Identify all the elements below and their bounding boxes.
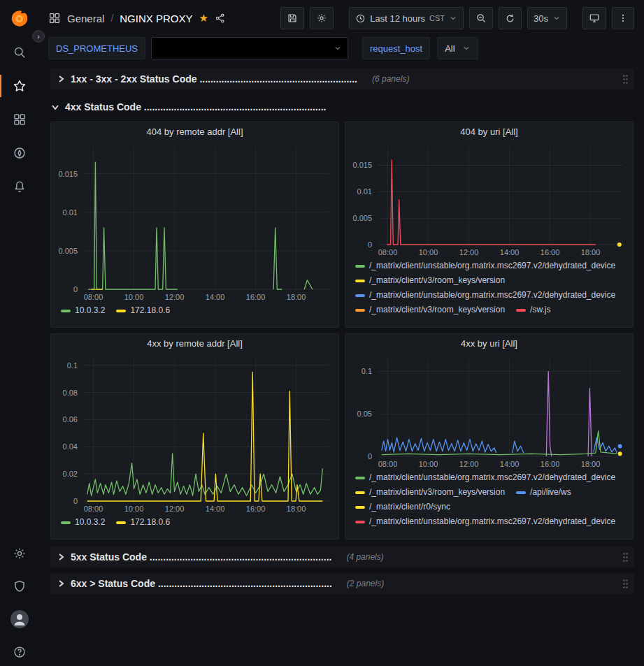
legend-item[interactable]: /_matrix/client/unstable/org.matrix.msc2… bbox=[355, 260, 615, 272]
legend-label: 172.18.0.6 bbox=[130, 305, 170, 317]
legend-item[interactable]: /sw.js bbox=[516, 304, 550, 316]
row-drag-handle[interactable] bbox=[622, 74, 629, 85]
chevron-right-icon bbox=[56, 552, 66, 562]
svg-text:16:00: 16:00 bbox=[541, 248, 560, 256]
row-panel-count: (4 panels) bbox=[346, 552, 383, 562]
refresh-interval-dropdown[interactable]: 30s bbox=[527, 7, 567, 29]
timezone-label: CST bbox=[429, 14, 445, 22]
legend-label: /_matrix/client/r0/sync bbox=[369, 501, 450, 513]
legend-label: 10.0.3.2 bbox=[75, 516, 105, 528]
legend-item[interactable]: /_matrix/client/unstable/org.matrix.msc2… bbox=[355, 516, 615, 528]
time-series-chart[interactable]: 00.0050.010.01508:0010:0012:0014:0016:00… bbox=[51, 141, 338, 303]
row-title: 1xx - 3xx - 2xx Status Code ............… bbox=[71, 73, 357, 85]
panel-4xx-by-uri: 4xx by uri [All] 00.050.108:0010:0012:00… bbox=[345, 333, 634, 540]
sidebar-item-explore[interactable] bbox=[0, 145, 38, 161]
time-series-chart[interactable]: 00.0050.010.01508:0010:0012:0014:0016:00… bbox=[345, 141, 633, 259]
legend-item[interactable]: 172.18.0.6 bbox=[116, 305, 170, 317]
legend-item[interactable]: /_matrix/client/unstable/org.matrix.msc2… bbox=[355, 472, 615, 484]
time-series-chart[interactable]: 00.020.040.060.080.108:0010:0012:0014:00… bbox=[51, 353, 338, 515]
time-range-picker[interactable]: Last 12 hours CST bbox=[349, 7, 464, 29]
breadcrumb-section[interactable]: General bbox=[67, 13, 104, 24]
sidebar-item-search[interactable] bbox=[0, 44, 38, 61]
chevron-right-icon bbox=[56, 74, 66, 84]
svg-text:0.05: 0.05 bbox=[357, 410, 372, 418]
sidebar-item-dashboards[interactable] bbox=[0, 111, 38, 128]
legend-label: /_matrix/client/unstable/org.matrix.msc2… bbox=[369, 289, 615, 301]
datasource-variable-select[interactable] bbox=[151, 37, 348, 59]
legend-color-swatch bbox=[355, 294, 365, 297]
panel-title[interactable]: 4xx by remote addr [All] bbox=[51, 334, 338, 353]
sidebar-item-configuration[interactable] bbox=[0, 545, 38, 562]
svg-text:18:00: 18:00 bbox=[287, 293, 306, 301]
grafana-logo[interactable] bbox=[8, 6, 31, 29]
panel-404-by-uri: 404 by uri [All] 00.0050.010.01508:0010:… bbox=[345, 122, 634, 328]
row-4xx-status-code[interactable]: 4xx Status Code ........................… bbox=[50, 96, 634, 117]
panel-grid: 404 by remote addr [All] 00.0050.010.015… bbox=[50, 122, 634, 540]
dashboard-content: 1xx - 3xx - 2xx Status Code ............… bbox=[38, 63, 644, 594]
svg-text:0.06: 0.06 bbox=[63, 415, 78, 424]
avatar bbox=[10, 609, 29, 629]
legend-item[interactable]: /_matrix/client/unstable/org.matrix.msc2… bbox=[355, 289, 615, 301]
sidebar-item-profile[interactable] bbox=[0, 611, 38, 628]
legend-color-swatch bbox=[116, 310, 126, 312]
dashboard-settings-button[interactable] bbox=[310, 7, 334, 29]
row-6xx-status-code[interactable]: 6xx > Status Code ......................… bbox=[50, 573, 634, 594]
row-panel-count: (6 panels) bbox=[372, 74, 409, 84]
svg-text:0: 0 bbox=[368, 240, 372, 249]
apps-icon[interactable] bbox=[48, 12, 61, 24]
svg-text:12:00: 12:00 bbox=[165, 505, 185, 513]
svg-text:14:00: 14:00 bbox=[500, 460, 520, 468]
panel-title[interactable]: 4xx by uri [All] bbox=[345, 334, 633, 353]
svg-text:16:00: 16:00 bbox=[246, 293, 266, 301]
legend-item[interactable]: /_matrix/client/v3/room_keys/version bbox=[355, 275, 505, 287]
sidebar-item-starred[interactable] bbox=[0, 78, 38, 94]
row-drag-handle[interactable] bbox=[622, 552, 629, 563]
legend-color-swatch bbox=[355, 265, 365, 268]
row-drag-handle[interactable] bbox=[622, 579, 629, 589]
legend-label: /_matrix/client/v3/room_keys/version bbox=[369, 304, 505, 316]
sidebar-item-server-admin[interactable] bbox=[0, 578, 38, 595]
sidebar-collapse-button[interactable]: › bbox=[32, 30, 45, 43]
zoom-out-button[interactable] bbox=[469, 7, 493, 29]
row-5xx-status-code[interactable]: 5xx Status Code ........................… bbox=[50, 546, 634, 567]
refresh-button[interactable] bbox=[499, 7, 522, 29]
legend-item[interactable]: 172.18.0.6 bbox=[116, 516, 170, 528]
legend-color-swatch bbox=[516, 491, 526, 494]
legend-color-swatch bbox=[355, 491, 365, 494]
zoom-out-icon bbox=[475, 13, 487, 24]
svg-text:0: 0 bbox=[73, 285, 78, 294]
time-series-chart[interactable]: 00.050.108:0010:0012:0014:0016:0018:00 bbox=[345, 353, 633, 470]
gear-icon bbox=[13, 546, 27, 560]
legend-item[interactable]: /_matrix/client/v3/room_keys/version bbox=[355, 486, 505, 498]
favorite-star-icon[interactable]: ★ bbox=[199, 12, 208, 24]
legend-item[interactable]: 10.0.3.2 bbox=[61, 516, 105, 528]
tv-mode-button[interactable] bbox=[582, 7, 606, 29]
drag-dots-icon bbox=[622, 579, 629, 589]
svg-text:08:00: 08:00 bbox=[378, 460, 398, 468]
legend-item[interactable]: /_matrix/client/v3/room_keys/version bbox=[355, 304, 505, 316]
svg-text:12:00: 12:00 bbox=[459, 460, 479, 468]
legend-item[interactable]: /api/live/ws bbox=[516, 486, 571, 498]
panel-title[interactable]: 404 by remote addr [All] bbox=[51, 122, 338, 141]
legend-item[interactable]: 10.0.3.2 bbox=[61, 305, 105, 317]
shield-icon bbox=[13, 579, 27, 593]
legend-color-swatch bbox=[355, 506, 365, 509]
sidebar-item-help[interactable] bbox=[0, 644, 38, 660]
legend-label: 172.18.0.6 bbox=[130, 516, 170, 528]
request-host-variable-value: All bbox=[445, 43, 455, 54]
legend-color-swatch bbox=[61, 310, 71, 312]
row-1xx-3xx-2xx[interactable]: 1xx - 3xx - 2xx Status Code ............… bbox=[50, 68, 634, 89]
share-icon[interactable] bbox=[215, 13, 226, 24]
panel-title[interactable]: 404 by uri [All] bbox=[345, 122, 633, 141]
legend-label: /_matrix/client/unstable/org.matrix.msc2… bbox=[369, 260, 615, 272]
drag-dots-icon bbox=[622, 552, 629, 563]
svg-text:18:00: 18:00 bbox=[581, 248, 601, 256]
more-options-button[interactable] bbox=[612, 7, 634, 29]
svg-text:16:00: 16:00 bbox=[541, 460, 560, 468]
sidebar-item-alerting[interactable] bbox=[0, 178, 38, 195]
breadcrumb-dashboard-title[interactable]: NGINX PROXY bbox=[120, 13, 192, 24]
request-host-variable-select[interactable]: All bbox=[437, 37, 478, 59]
legend-color-swatch bbox=[355, 309, 365, 312]
legend-item[interactable]: /_matrix/client/r0/sync bbox=[355, 501, 450, 513]
save-dashboard-button[interactable] bbox=[280, 7, 304, 29]
